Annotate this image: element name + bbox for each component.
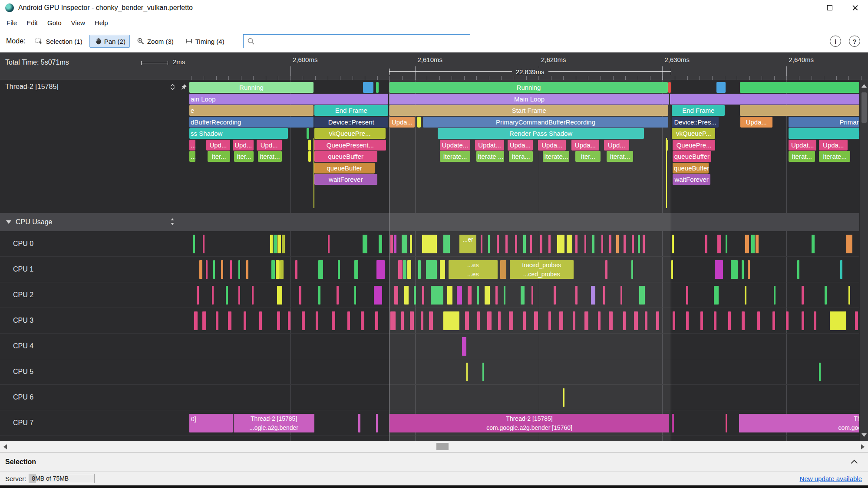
cpu-slice[interactable] [426,260,437,279]
cpu-slice[interactable] [410,235,412,253]
slice-update[interactable]: Update... [440,140,470,151]
cpu-slice[interactable]: Thread-2 [15785]com.google.a2g.bender [1… [389,414,669,432]
vertical-scrollbar[interactable] [859,80,868,441]
cpu-slice[interactable] [481,235,483,253]
slice-update[interactable]: Upda... [508,140,533,151]
cpu-slice[interactable] [634,311,638,330]
cpu-slice[interactable] [601,235,604,253]
cpu-slice[interactable] [530,235,532,253]
cpu-slice[interactable] [422,235,437,253]
cpu-slice[interactable] [819,363,820,381]
cpu-slice[interactable] [274,235,277,253]
cpu-slice[interactable] [462,337,466,356]
slice-running[interactable]: Running [389,82,668,93]
slice-command-buffer[interactable]: PrimaryC [789,117,868,128]
scroll-right-icon[interactable] [861,444,865,449]
slice-iterate[interactable]: queueBuffer [314,151,377,162]
cpu-slice[interactable] [401,311,404,330]
search-input[interactable] [243,34,470,48]
slice-update[interactable]: Upd... [604,140,629,151]
info-icon[interactable]: i [830,36,841,47]
cpu-slice[interactable] [548,311,551,330]
cpu-slice[interactable] [443,235,450,253]
cpu-slice[interactable] [534,311,538,330]
slice-command-buffer[interactable]: Upda... [389,117,415,128]
cpu-slice[interactable] [812,235,814,253]
slice-render-pass[interactable]: Re [789,128,868,139]
cpu-slice[interactable] [632,235,634,253]
cpu-slice[interactable] [376,260,385,279]
slice-queue-buffer[interactable]: queueBuffer [314,163,375,174]
slice-render-pass[interactable] [307,128,309,139]
slice-main-loop[interactable] [670,94,868,105]
cpu-slice[interactable]: ...es...es [449,260,498,279]
cpu-slice[interactable] [495,286,498,305]
slice-update[interactable]: Upda... [571,140,599,151]
slice-frame[interactable]: End Frame [672,105,725,116]
cpu-slice[interactable] [567,235,572,253]
slice-iterate[interactable]: Iterat... [789,151,815,162]
cpu-slice[interactable] [374,286,382,305]
cpu-slice[interactable] [347,311,350,330]
cpu-slice[interactable] [361,311,364,330]
cpu-slice[interactable] [598,311,601,330]
cpu-slice[interactable] [238,286,241,305]
cpu-lane[interactable] [189,334,868,359]
slice-iterate[interactable]: Iterat... [607,151,633,162]
vscroll-thumb[interactable] [861,92,867,123]
slice-iterate[interactable]: Iterate ... [476,151,504,162]
cpu-slice[interactable] [774,286,776,305]
cpu-slice[interactable] [726,235,728,253]
cpu-slice[interactable] [772,311,775,330]
cpu-slice[interactable] [756,235,759,253]
slice-running[interactable] [716,82,725,93]
mode-zoom-button[interactable]: Zoom (3) [132,35,178,48]
sort-icon[interactable] [169,217,175,228]
cpu-slice[interactable] [523,235,526,253]
cpu-slice[interactable] [623,311,626,330]
cpu-slice[interactable] [639,286,645,305]
cpu-slice[interactable] [656,311,659,330]
cpu-slice[interactable] [270,235,273,253]
cpu-slice[interactable] [802,311,804,330]
cpu-slice[interactable] [440,260,446,279]
cpu-slice[interactable] [609,311,613,330]
cpu-slice[interactable] [797,260,799,279]
collapse-chevron-icon[interactable] [851,459,858,466]
cpu-slice[interactable] [390,311,396,330]
slice-wait-forever[interactable]: waitForever [314,174,377,185]
cpu-slice[interactable] [390,235,393,253]
cpu-slice[interactable] [509,311,513,330]
slice-update[interactable]: QueuePre... [673,140,715,151]
cpu-slice[interactable] [288,311,290,330]
cpu-slice[interactable] [575,286,578,305]
slice-render-pass[interactable]: vkQueueP... [672,128,715,139]
cpu-slice[interactable] [199,260,202,279]
cpu-slice[interactable] [246,260,248,279]
cpu-slice[interactable] [620,286,623,305]
slice-iterate[interactable] [308,151,311,162]
cpu-slice[interactable] [259,311,262,330]
cpu-slice[interactable] [500,260,506,279]
slice-command-buffer[interactable]: Device::Pres... [672,117,719,128]
cpu-slice[interactable] [221,260,223,279]
cpu-slice[interactable] [672,235,674,253]
cpu-slice[interactable] [786,311,789,330]
cpu-slice[interactable] [282,235,285,253]
cpu-slice[interactable] [638,235,640,253]
cpu-slice[interactable] [705,235,707,253]
cpu-slice[interactable] [686,286,688,305]
cpu-lane[interactable] [189,385,868,410]
cpu-slice[interactable] [404,286,408,305]
menu-help[interactable]: Help [90,16,113,30]
slice-iterate[interactable]: Iterate... [440,151,470,162]
slice-iterate[interactable]: Iter... [234,151,254,162]
cpu-lane[interactable]: ...er [189,231,868,256]
scroll-down-icon[interactable] [861,433,867,437]
cpu-slice[interactable]: 0] [189,414,233,432]
cpu-slice[interactable] [422,286,424,305]
slice-queue-buffer[interactable]: queueBuffer [673,163,709,174]
cpu-slice[interactable] [431,286,443,305]
cpu-slice[interactable] [277,311,281,330]
unfold-icon[interactable] [169,83,176,92]
